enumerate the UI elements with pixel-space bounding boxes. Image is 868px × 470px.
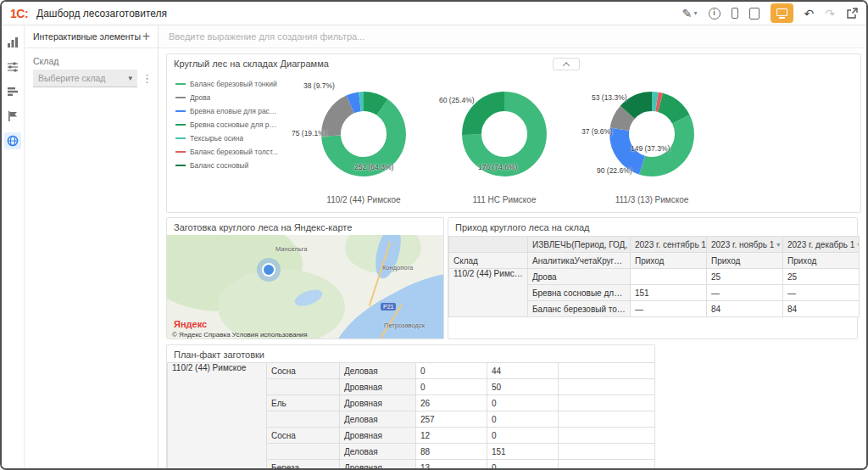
forest-area <box>218 269 345 339</box>
empty-cell <box>559 428 655 444</box>
bar-chart-icon[interactable] <box>4 34 21 51</box>
header-cell-sep[interactable]: 2023 г. сентябрь 1▾ <box>631 237 707 253</box>
cluster-marker[interactable] <box>262 263 275 277</box>
left-icon-strip <box>2 25 25 468</box>
desktop-view-button[interactable] <box>771 3 793 23</box>
legend-item: Баланс березовый тонкий <box>175 80 279 88</box>
subheader-cell: Склад <box>449 253 528 269</box>
header-cell-nov[interactable]: 2023 г. ноябрь 1▾ <box>707 237 783 253</box>
map-globe-icon[interactable] <box>4 132 21 149</box>
empty-cell <box>559 444 655 460</box>
app-window: 1С: Дашборд лесозаготовителя ✎ ▾ i ↶ ↷ <box>0 0 868 470</box>
phone-view-button[interactable] <box>732 8 738 19</box>
open-external-button[interactable] <box>846 8 858 20</box>
species-cell: Береза <box>267 460 340 469</box>
grade-cell: Дровяная <box>340 428 416 444</box>
kebab-menu-icon[interactable]: ⋮ <box>142 72 153 85</box>
chart-title: 111/3 (13) Римское <box>580 195 724 204</box>
plan-cell: 26 <box>416 395 487 411</box>
column-label: 2023 г. ноябрь 1 <box>711 240 774 249</box>
plan-cell: 257 <box>416 411 487 428</box>
yandex-map-panel: Заготовка круглого леса на Яндекс-карте … <box>166 217 444 339</box>
subheader-cell: Приход <box>783 253 860 269</box>
warehouse-field-label: Склад <box>33 56 150 66</box>
map-attribution[interactable]: © Яндекс Справка Условия использования <box>172 331 308 339</box>
grade-cell: Деловая <box>340 444 416 460</box>
tablet-view-button[interactable] <box>749 8 760 20</box>
fact-cell: 50 <box>487 379 559 395</box>
legend-label: Баланс березовый толст... <box>190 148 278 156</box>
legend-marker <box>175 165 186 166</box>
map-place-label: Мансельга <box>275 245 307 253</box>
sidebar-header: Интерактивные элементы + <box>25 25 158 48</box>
filter-bar <box>159 25 866 48</box>
flag-icon[interactable] <box>4 108 21 125</box>
dashboard-main: Круглый лес на складах Диаграмма Баланс … <box>159 25 866 468</box>
legend-marker <box>175 97 186 98</box>
legend-label: Бревна сосновые для рас... <box>190 120 279 129</box>
subheader-cell: Приход <box>707 253 783 269</box>
grade-cell: Дровяная <box>340 395 416 411</box>
data-label: 53 (13.3%) <box>592 93 627 102</box>
income-header-row: ИЗВЛЕЧЬ(Период, ГОД, МЕ...▾ 2023 г. сент… <box>449 237 860 253</box>
interactive-elements-sidebar: Интерактивные элементы + Склад Выберите … <box>25 25 159 468</box>
legend-item: Дрова <box>175 93 279 102</box>
fact-cell: 151 <box>487 444 559 460</box>
undo-button[interactable]: ↶ <box>804 8 815 20</box>
value-cell: — <box>707 285 783 301</box>
table-row: 110/2 (44) Римское Сосна Деловая 0 44 <box>168 363 655 379</box>
value-cell: — <box>631 301 707 317</box>
value-cell: 25 <box>783 269 860 285</box>
data-label: 252 (64.3%) <box>354 163 393 171</box>
empty-cell <box>559 395 655 411</box>
legend-marker <box>175 124 186 126</box>
plan-cell: 12 <box>416 428 487 444</box>
data-label: 176 (74.6%) <box>478 163 517 171</box>
fact-cell: 44 <box>487 363 559 379</box>
income-table-panel: Приход круглого леса на склад ИЗВЛЕЧЬ(Пе… <box>448 217 858 339</box>
yandex-logo[interactable]: Яндекс <box>174 319 207 329</box>
chart-title: 110/2 (44) Римское <box>292 195 436 204</box>
donut-chart-2: 60 (25.4%) 176 (74.6%) 111 НС Римское <box>432 66 576 210</box>
data-label: 149 (37.3%) <box>631 144 670 153</box>
legend-label: Баланс сосновый <box>190 161 248 170</box>
income-subheader-row: Склад АналитикаУчетаКруглогоЛ... Приход … <box>449 253 860 269</box>
map-place-label: Петрозаводск <box>384 322 425 329</box>
donut-rings[interactable] <box>608 90 696 178</box>
subheader-cell: АналитикаУчетаКруглогоЛ... <box>528 253 631 269</box>
income-panel-title: Приход круглого леса на склад <box>448 218 857 232</box>
chart-title: 111 НС Римское <box>432 195 576 204</box>
page-title: Дашборд лесозаготовителя <box>36 8 167 20</box>
legend-label: Дрова <box>190 93 210 102</box>
add-element-button[interactable]: + <box>142 30 150 43</box>
species-cell: Сосна <box>267 428 340 444</box>
chart-legend: Баланс березовый тонкий Дрова Бревна ело… <box>175 80 279 175</box>
data-label: 38 (9.7%) <box>303 81 335 90</box>
header-cell-dec[interactable]: 2023 г. декабрь 1▾ <box>783 237 860 253</box>
sliders-icon[interactable] <box>4 59 21 76</box>
redo-button[interactable]: ↷ <box>825 8 835 20</box>
filter-input[interactable] <box>169 31 856 42</box>
external-link-icon <box>846 8 858 20</box>
map-canvas[interactable]: Мансельга Кондопога Петрозаводск Р21 Янд… <box>167 235 443 339</box>
grade-cell: Дровяная <box>340 460 416 469</box>
warehouse-select[interactable]: Выберите склад ▾ <box>33 70 137 87</box>
value-cell: 25 <box>707 269 783 285</box>
edit-button[interactable]: ✎ ▾ <box>682 8 698 20</box>
info-button[interactable]: i <box>709 8 721 20</box>
fact-cell: 0 <box>487 395 559 411</box>
topbar-actions: ✎ ▾ i ↶ ↷ <box>682 3 858 23</box>
plan-cell: 0 <box>416 379 487 395</box>
income-table: ИЗВЛЕЧЬ(Период, ГОД, МЕ...▾ 2023 г. сент… <box>448 236 860 317</box>
plan-cell: 13 <box>416 460 487 469</box>
species-cell <box>267 379 340 395</box>
rows-chart-icon[interactable] <box>4 83 21 100</box>
table-row: 110/2 (44) Римское Дрова 25 25 <box>449 269 860 285</box>
data-label: 37 (9.6%) <box>581 127 613 136</box>
header-cell-period[interactable]: ИЗВЛЕЧЬ(Период, ГОД, МЕ...▾ <box>528 237 631 253</box>
legend-marker <box>175 110 186 112</box>
road-badge: Р21 <box>381 303 396 311</box>
value-cell: 151 <box>631 285 707 301</box>
pencil-icon: ✎ <box>682 8 693 20</box>
legend-label: Бревна еловые для распи... <box>190 107 279 115</box>
